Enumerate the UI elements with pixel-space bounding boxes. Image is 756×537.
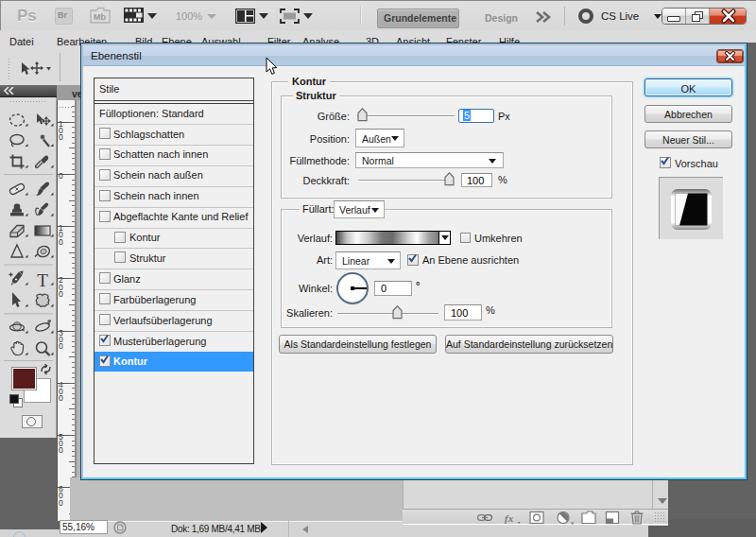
svg-text:fx: fx bbox=[505, 512, 514, 524]
svg-text:Mb: Mb bbox=[94, 12, 106, 22]
svg-text:T: T bbox=[37, 270, 48, 290]
